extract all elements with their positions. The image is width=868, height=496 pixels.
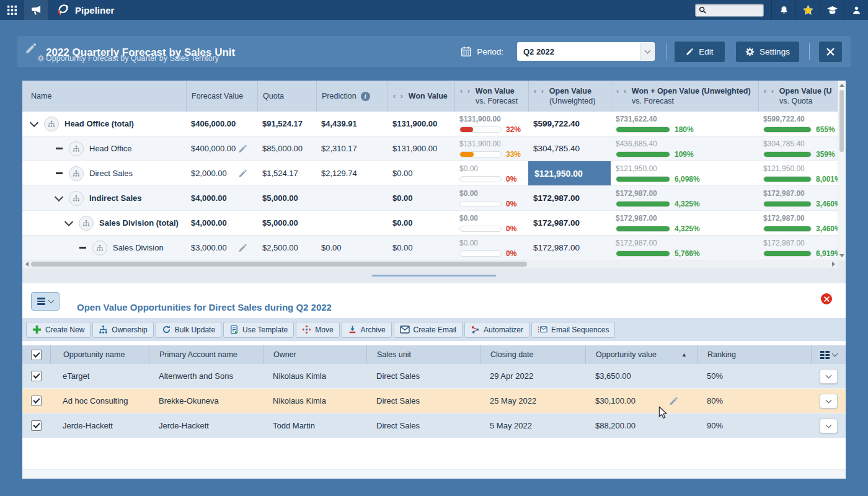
column-header-ranking[interactable]: Ranking [697,345,811,364]
panel-splitter[interactable] [22,268,846,283]
column-header-sales-unit[interactable]: Sales unit [366,345,480,364]
close-report-button[interactable] [819,42,842,62]
collapse-chevron-icon[interactable] [64,221,73,225]
column-header-opportunity-name[interactable]: Opportunity name [50,345,149,364]
column-header-won-value[interactable]: ‹ ›Won Value [388,81,454,112]
vertical-scrollbar[interactable] [838,81,846,260]
leaf-dash-icon[interactable] [55,172,63,174]
column-header-open-value-u[interactable]: ‹ ›Open Value (Uvs. Quota [758,81,838,112]
toolbar-ownership-button[interactable]: Ownership [92,322,153,338]
megaphone-icon[interactable] [24,0,48,20]
columns-grid-icon [820,351,830,359]
column-header-won-open-value-unweighted[interactable]: ‹ ›Won + Open Value (Unweighted)vs. Fore… [611,81,758,112]
forecast-name-cell[interactable]: Sales Division (total) [22,211,186,235]
scroll-right-arrow[interactable] [830,260,838,268]
collapse-columns-icon[interactable]: ‹ › [616,87,627,95]
pipeliner-logo[interactable]: Pipeliner [56,3,114,17]
edit-value-pencil-icon[interactable] [238,243,247,252]
forecast-row-indirect-sales[interactable]: Indirect Sales$4,000.00$5,000.00$0.00$0.… [22,186,838,211]
edit-value-pencil-icon[interactable] [238,144,247,153]
open-value-cell: $172,987.00 [528,186,611,210]
list-menu-button[interactable] [31,292,60,311]
opportunity-row-etarget[interactable]: eTargetAltenwerth and SonsNikolaus Kimla… [22,364,846,389]
toolbar-bulk-update-button[interactable]: Bulk Update [156,322,221,338]
column-settings-button[interactable] [811,345,846,364]
toolbar-create-new-button[interactable]: Create New [26,322,91,338]
column-header-owner[interactable]: Owner [263,345,366,364]
toolbar-automatizer-button[interactable]: Automatizer [464,322,529,338]
forecast-name-cell[interactable]: Sales Division [22,236,186,260]
column-header-closing-date[interactable]: Closing date [480,345,585,364]
column-header-open-value[interactable]: ‹ ›Open Value(Unweighted) [528,81,611,112]
period-select-chevron-icon[interactable] [640,43,654,60]
select-all-checkbox[interactable] [31,350,42,360]
sales-unit-cell: Direct Sales [366,364,480,388]
forecast-row-sales-division[interactable]: Sales Division$3,000.00$2,500.00$0.00$0.… [22,236,838,260]
forecast-row-sales-division-total[interactable]: Sales Division (total)$4,000.00$5,000.00… [22,211,838,236]
horizontal-scrollbar[interactable] [22,260,838,268]
column-header-forecast-value[interactable]: Forecast Value [186,81,257,112]
row-actions-dropdown[interactable] [820,418,838,433]
prediction-cell: $2,310.17 [316,136,388,161]
row-checkbox[interactable] [31,371,42,381]
edit-value-pencil-icon[interactable] [238,169,247,178]
row-checkbox[interactable] [31,396,42,406]
collapse-columns-icon[interactable]: ‹ › [460,87,471,95]
close-panel-button[interactable] [821,293,832,304]
forecast-row-direct-sales[interactable]: Direct Sales$2,000.00$1,524.17$2,129.74$… [22,161,838,186]
learning-graduation-cap-icon[interactable] [820,0,844,20]
toolbar-use-template-button[interactable]: Use Template [223,322,294,338]
move-icon [302,325,311,334]
toolbar-create-email-button[interactable]: Create Email [394,322,463,338]
column-header-quota[interactable]: Quota [257,81,316,112]
column-header-won-value[interactable]: ‹ ›Won Valuevs. Forecast [454,81,528,112]
row-actions-dropdown[interactable] [820,369,838,384]
scroll-down-arrow[interactable] [838,252,845,260]
notifications-bell-icon[interactable] [771,0,795,20]
scroll-up-arrow[interactable] [838,81,845,89]
column-header-opportunity-value[interactable]: Opportunity value▲ [585,345,697,364]
forecast-name-cell[interactable]: Direct Sales [22,161,186,185]
profile-user-icon[interactable] [844,0,868,20]
collapse-chevron-icon[interactable] [55,197,63,200]
toolbar-email-sequences-button[interactable]: Email Sequences [531,322,615,338]
template-icon [229,325,239,334]
splitter-drag-handle[interactable] [372,275,496,277]
scroll-left-arrow[interactable] [23,260,31,268]
leaf-dash-icon[interactable] [55,148,63,149]
column-header-primary-account-name[interactable]: Primary Account name [149,345,263,364]
forecast-name-cell[interactable]: Head Office [22,136,186,161]
collapse-columns-icon[interactable]: ‹ › [764,87,775,95]
column-header-name[interactable]: Name [22,81,186,112]
leaf-dash-icon[interactable] [78,247,87,248]
edit-value-pencil-icon[interactable] [669,396,678,405]
collapse-columns-icon[interactable]: ‹ › [393,92,404,100]
row-actions-dropdown[interactable] [820,394,838,409]
search-input[interactable] [695,4,764,17]
forecast-row-head-office-total[interactable]: Head Office (total)$406,000.00$91,524.17… [22,112,838,136]
vertical-scrollbar-thumb[interactable] [839,90,844,152]
favorites-star-icon[interactable] [795,0,820,20]
opportunity-row-ad-hoc-consulting[interactable]: Ad hoc ConsultingBrekke-OkunevaNikolaus … [22,389,846,414]
progress-bar [459,126,502,133]
column-header-prediction[interactable]: Predictioni [316,81,388,112]
collapse-columns-icon[interactable]: ‹ › [534,87,545,95]
period-select[interactable]: Q2 2022 [517,42,655,61]
progress-bar [616,250,670,257]
toolbar-archive-button[interactable]: Archive [342,322,392,338]
edit-button[interactable]: Edit [675,42,725,62]
forecast-row-head-office[interactable]: Head Office$400,000.00$85,000.00$2,310.1… [22,136,838,161]
forecast-name-cell[interactable]: Indirect Sales [22,186,186,210]
info-icon[interactable]: i [361,92,370,101]
open-value-cell[interactable]: $121,950.00 [528,161,611,185]
opportunity-row-jerde-hackett[interactable]: Jerde-HackettJerde-HackettTodd MartinDir… [22,414,846,438]
collapse-chevron-icon[interactable] [30,122,38,126]
settings-button[interactable]: Settings [736,42,799,62]
horizontal-scrollbar-thumb[interactable] [31,262,527,267]
toolbar-move-button[interactable]: Move [296,322,339,338]
sales-unit-org-icon [44,117,59,131]
open-vs-quota-cell: $121,950.008,001% [758,161,838,185]
apps-grid-icon[interactable] [0,0,24,20]
row-checkbox[interactable] [31,420,42,431]
forecast-name-cell[interactable]: Head Office (total) [22,112,186,136]
